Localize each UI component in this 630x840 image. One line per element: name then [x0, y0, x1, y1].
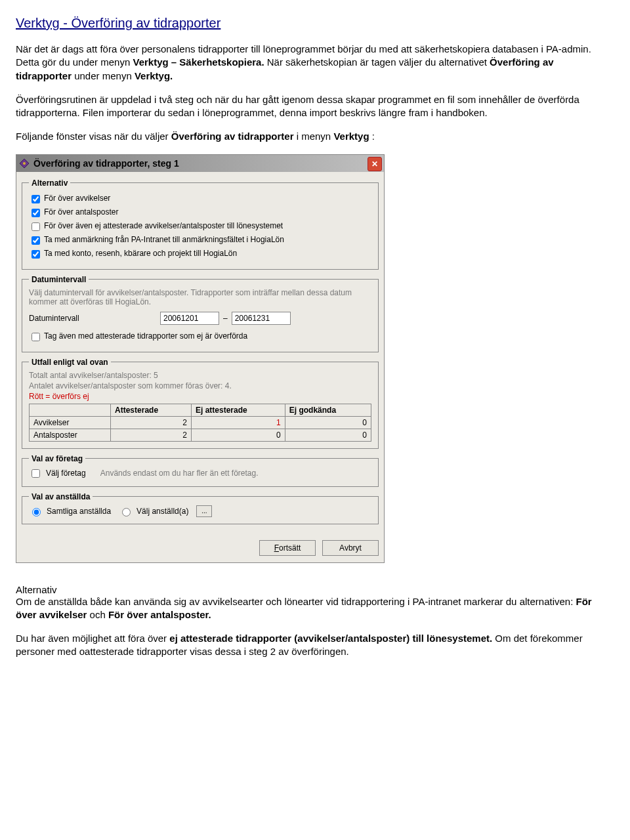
text: under menyn	[74, 70, 135, 81]
text: När säkerhetskopian är tagen väljer du a…	[267, 56, 490, 68]
row-label: Avvikelser	[30, 416, 111, 429]
dialog-title: Överföring av tidrapporter, steg 1	[33, 158, 179, 169]
checkbox-label: Tag även med attesterade tidrapporter so…	[44, 331, 247, 341]
th-attesterade: Attesterade	[111, 404, 192, 416]
radio-label: Välj anställd(a)	[136, 507, 188, 516]
date-to-input[interactable]	[232, 312, 291, 325]
radio[interactable]	[32, 508, 41, 516]
text: Du har även möjlighet att föra över	[16, 633, 169, 644]
legend-utfall: Utfall enligt val ovan	[29, 358, 111, 367]
th-blank	[30, 404, 111, 416]
checkbox-label: För över antalsposter	[44, 207, 118, 217]
checkbox-label: Ta med konto, resenh, kbärare och projek…	[44, 249, 237, 258]
date-row: Datumintervall –	[29, 312, 371, 325]
group-alternativ: Alternativ För över avvikelser För över …	[22, 178, 379, 270]
radio[interactable]	[122, 508, 131, 516]
checkbox-label: Ta med anmärkning från PA-Intranet till …	[44, 235, 284, 244]
continue-button[interactable]: Fortsätt	[259, 540, 316, 556]
checkbox-label: För över även ej attesterade avvikelser/…	[44, 221, 283, 230]
checkbox[interactable]	[32, 333, 40, 341]
checkbox[interactable]	[32, 195, 40, 203]
chk-avvikelser[interactable]: För över avvikelser	[29, 194, 371, 205]
text-bold: För över antalsposter.	[108, 609, 211, 620]
anstallda-row: Samtliga anställda Välj anställd(a) ...	[29, 505, 371, 517]
chk-antalsposter[interactable]: För över antalsposter	[29, 207, 371, 219]
text-bold: Verktyg – Säkerhetskopiera.	[133, 56, 264, 68]
cell: 0	[285, 416, 371, 429]
after-para-1: Om de anställda både kan använda sig av …	[16, 595, 606, 622]
page-title: Verktyg - Överföring av tidrapporter	[16, 16, 606, 31]
utfall-table: Attesterade Ej attesterade Ej godkända A…	[29, 404, 371, 442]
chk-ej-attesterade[interactable]: För över även ej attesterade avvikelser/…	[29, 221, 371, 233]
intro-para-1: När det är dags att föra över personalen…	[16, 43, 606, 83]
radio-label: Samtliga anställda	[47, 507, 111, 516]
legend-foretag: Val av företag	[29, 454, 85, 463]
table-header-row: Attesterade Ej attesterade Ej godkända	[30, 404, 371, 416]
checkbox[interactable]	[32, 236, 40, 245]
chk-konto[interactable]: Ta med konto, resenh, kbärare och projek…	[29, 249, 371, 261]
th-ej-attesterade: Ej attesterade	[192, 404, 285, 416]
group-foretag: Val av företag Välj företag Används enda…	[22, 454, 379, 487]
text: och	[90, 609, 108, 620]
chk-tag-attesterade[interactable]: Tag även med attesterade tidrapporter so…	[29, 331, 371, 343]
app-icon	[19, 158, 30, 169]
titlebar: Överföring av tidrapporter, steg 1 ✕	[16, 155, 384, 172]
date-label: Datumintervall	[29, 314, 160, 323]
checkbox[interactable]	[32, 222, 40, 231]
text-bold: ej attesterade tidrapporter (avvikelser/…	[169, 633, 492, 644]
utfall-red-note: Rött = överförs ej	[29, 392, 371, 401]
chk-anmarkning[interactable]: Ta med anmärkning från PA-Intranet till …	[29, 235, 371, 247]
cell: 2	[111, 429, 192, 441]
close-button[interactable]: ✕	[368, 157, 382, 171]
btn-text: ortsätt	[279, 543, 301, 553]
checkbox[interactable]	[32, 209, 40, 217]
after-para-2: Du har även möjlighet att föra över ej a…	[16, 632, 606, 659]
cell-red: 1	[192, 416, 285, 429]
legend-datum: Datumintervall	[29, 275, 89, 284]
dialog-window: Överföring av tidrapporter, steg 1 ✕ Alt…	[16, 154, 385, 563]
text-bold: Verktyg	[333, 131, 369, 142]
browse-button[interactable]: ...	[196, 505, 212, 517]
text: Om de anställda både kan använda sig av …	[16, 596, 576, 607]
foretag-row: Välj företag Används endast om du har fl…	[29, 467, 371, 480]
checkbox[interactable]	[32, 250, 40, 259]
cell: 2	[111, 416, 192, 429]
utfall-total: Totalt antal avvikelser/antalsposter: 5	[29, 371, 371, 380]
svg-point-1	[23, 162, 26, 165]
cell: 0	[192, 429, 285, 441]
radio-samtliga[interactable]: Samtliga anställda	[29, 506, 111, 516]
group-utfall: Utfall enligt val ovan Totalt antal avvi…	[22, 358, 379, 449]
close-icon: ✕	[371, 159, 378, 169]
table-row: Avvikelser 2 1 0	[30, 416, 371, 429]
text-bold: Verktyg.	[135, 70, 173, 81]
legend-alternativ: Alternativ	[29, 178, 70, 188]
checkbox-label: För över avvikelser	[44, 194, 110, 203]
text: Följande fönster visas när du väljer	[16, 131, 171, 142]
text: i menyn	[297, 131, 334, 142]
intro-para-2: Överföringsrutinen är uppdelad i två ste…	[16, 93, 606, 120]
intro-para-3: Följande fönster visas när du väljer Öve…	[16, 130, 606, 143]
section-heading-alternativ: Alternativ	[16, 584, 606, 595]
group-anstallda: Val av anställda Samtliga anställda Välj…	[22, 492, 379, 524]
checkbox-label: Välj företag	[46, 469, 86, 478]
date-from-input[interactable]	[160, 312, 219, 325]
th-ej-godkanda: Ej godkända	[285, 404, 371, 416]
cell: 0	[285, 429, 371, 441]
foretag-help: Används endast om du har fler än ett för…	[100, 469, 259, 478]
date-separator: –	[223, 314, 228, 323]
utfall-count: Antalet avvikelser/antalsposter som komm…	[29, 381, 371, 390]
table-row: Antalsposter 2 0 0	[30, 429, 371, 441]
radio-valj[interactable]: Välj anställd(a)	[119, 506, 188, 516]
group-datumintervall: Datumintervall Välj datumintervall för a…	[22, 275, 379, 352]
legend-anstallda: Val av anställda	[29, 492, 93, 501]
dialog-button-row: Fortsätt Avbryt	[16, 536, 384, 562]
dialog-body: Alternativ För över avvikelser För över …	[16, 172, 384, 536]
cancel-button[interactable]: Avbryt	[322, 540, 379, 556]
chk-valj-foretag[interactable]	[32, 469, 40, 478]
text-bold: Överföring av tidrapporter	[171, 131, 294, 142]
row-label: Antalsposter	[30, 429, 111, 441]
text: :	[372, 131, 375, 142]
date-help-text: Välj datumintervall för avvikelser/antal…	[29, 288, 371, 306]
